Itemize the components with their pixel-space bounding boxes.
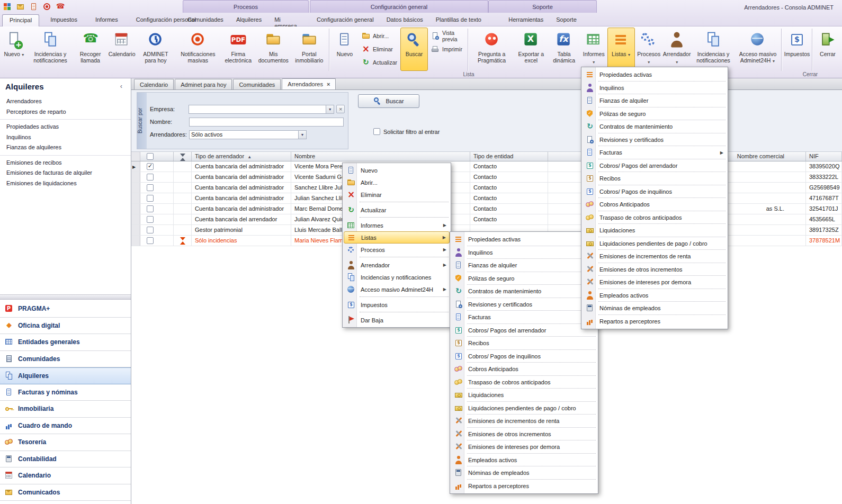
ribbon-button-nuevo[interactable]: Nuevo ▼: [1, 28, 28, 71]
sidebar-link-perceptores-de-reparto[interactable]: Perceptores de reparto: [0, 107, 131, 118]
menu-item-facturas[interactable]: Facturas▶: [583, 146, 727, 159]
tab-datos-basicos[interactable]: Datos básicos: [382, 14, 428, 26]
nav-item-contabilidad[interactable]: Contabilidad: [0, 451, 131, 468]
menu-item-informes[interactable]: Informes▶: [344, 219, 450, 231]
nav-item-pragma[interactable]: PRAGMA+: [0, 301, 131, 318]
menu-item-emisiones-de-incrementos-de-renta[interactable]: Emisiones de incrementos de renta: [451, 415, 597, 428]
menu-item-fianzas-de-alquiler[interactable]: Fianzas de alquiler: [451, 259, 597, 272]
column-header-nombre[interactable]: Nombre: [291, 152, 470, 161]
buscar-button[interactable]: Buscar: [358, 94, 419, 108]
ribbon-button-impuestos[interactable]: Impuestos: [783, 28, 811, 71]
menu-item-polizas-de-seguro[interactable]: Pólizas de seguro: [583, 107, 727, 121]
ribbon-button-imprimir[interactable]: Imprimir: [429, 43, 465, 55]
menu-item-cobros-pagos-de-inquilinos[interactable]: Cobros/ Pagos de inquilinos: [583, 185, 727, 199]
menu-item-liquidaciones-pendientes-de-pago-cobro[interactable]: Liquidaciones pendientes de pago / cobro: [583, 237, 727, 250]
menu-item-emisiones-de-otros-incrementos[interactable]: Emisiones de otros incrementos: [583, 263, 727, 276]
menu-item-emisiones-de-otros-incrementos[interactable]: Emisiones de otros incrementos: [451, 428, 597, 441]
select-all-checkbox[interactable]: [147, 153, 154, 160]
menu-item-emisiones-de-intereses-por-demora[interactable]: Emisiones de intereses por demora: [451, 440, 597, 454]
table-row[interactable]: Cuenta bancaria del administradorJulian …: [131, 193, 842, 204]
clear-empresa-button[interactable]: ×: [336, 105, 345, 113]
filter-panel-tab[interactable]: Buscar por: [137, 93, 147, 149]
row-checkbox[interactable]: [147, 174, 154, 181]
menu-item-traspaso-de-cobros-anticipados[interactable]: Traspaso de cobros anticipados: [583, 211, 727, 224]
ribbon-button-abrir[interactable]: Abrir...: [360, 30, 399, 42]
menu-item-liquidaciones[interactable]: Liquidaciones: [451, 389, 597, 402]
tab-plantillas-de-texto[interactable]: Plantillas de texto: [431, 14, 486, 26]
ribbon-button-recoger-llamada[interactable]: Recoger llamada: [73, 28, 108, 71]
ribbon-button-acceso-masivo-adminet24h[interactable]: Acceso masivo Adminet24H ▼: [736, 28, 780, 71]
ribbon-button-mis-documentos[interactable]: Mis documentos: [256, 28, 291, 71]
menu-item-recibos[interactable]: Recibos: [583, 172, 727, 185]
sidebar-link-emisiones-de-recibos[interactable]: Emisiones de recibos: [0, 158, 131, 168]
table-row[interactable]: Cuenta bancaria del administradorVicente…: [131, 172, 842, 183]
menu-item-listas[interactable]: Listas▶: [344, 231, 450, 244]
tab-informes[interactable]: Informes: [88, 14, 125, 26]
row-checkbox[interactable]: [147, 195, 154, 202]
table-row[interactable]: Cuenta bancaria del administradorMarc Be…: [131, 204, 842, 214]
nav-item-tesoreria[interactable]: Tesorería: [0, 434, 131, 451]
menu-item-inquilinos[interactable]: Inquilinos: [451, 246, 597, 259]
menu-item-cobros-anticipados[interactable]: Cobros Anticipados: [451, 363, 597, 376]
menu-item-emisiones-de-intereses-por-demora[interactable]: Emisiones de intereses por demora: [583, 276, 727, 289]
document-tab-adminet-para-hoy[interactable]: Adminet para hoy: [175, 79, 232, 89]
ribbon-button-tabla-dinamica[interactable]: Tabla dinámica: [548, 28, 580, 71]
table-row[interactable]: Cuenta bancaria del administradorSanchez…: [131, 183, 842, 193]
menu-item-liquidaciones[interactable]: Liquidaciones: [583, 224, 727, 237]
row-checkbox[interactable]: [147, 205, 154, 212]
menu-item-liquidaciones-pendientes-de-pago-cobro[interactable]: Liquidaciones pendientes de pago / cobro: [451, 402, 597, 415]
sidebar-link-emisiones-de-facturas-de-alquiler[interactable]: Emisiones de facturas de alquiler: [0, 168, 131, 178]
menu-item-revisiones-y-certificados[interactable]: Revisiones y certificados: [583, 133, 727, 147]
menu-item-propiedades-activas[interactable]: Propiedades activas: [451, 233, 597, 246]
sidebar-link-arrendadores[interactable]: Arrendadores: [0, 96, 131, 107]
document-tab-calendario[interactable]: Calendario: [134, 79, 174, 89]
ribbon-button-incidencias-y-notificaciones[interactable]: Incidencias y notificaciones: [691, 28, 736, 71]
menu-item-contratos-de-mantenimiento[interactable]: Contratos de mantenimiento: [451, 285, 597, 298]
menu-item-inquilinos[interactable]: Inquilinos: [583, 82, 727, 95]
menu-item-fianzas-de-alquiler[interactable]: Fianzas de alquiler: [583, 94, 727, 107]
menu-item-propiedades-activas[interactable]: Propiedades activas: [583, 68, 727, 82]
solicitar-filtro-checkbox[interactable]: Solicitar filtro al entrar: [373, 128, 440, 135]
nav-item-calendario[interactable]: Calendario: [0, 467, 131, 484]
ribbon-button-arrendador[interactable]: Arrendador ▼: [662, 28, 691, 71]
tab-impuestos[interactable]: Impuestos: [43, 14, 84, 26]
ribbon-button-vista-previa[interactable]: Vista previa: [429, 30, 465, 42]
ribbon-button-buscar[interactable]: Buscar: [400, 28, 428, 71]
tab-alquileres[interactable]: Alquileres: [231, 14, 266, 26]
menu-item-cobros-pagos-del-arrendador[interactable]: Cobros/ Pagos del arrendador: [451, 324, 597, 337]
nav-item-comunidades[interactable]: Comunidades: [0, 351, 131, 368]
ribbon-button-informes[interactable]: Informes ▼: [580, 28, 607, 71]
arrendadores-combo[interactable]: Sólo activos ▼: [189, 130, 307, 139]
menu-item-repartos-a-perceptores[interactable]: Repartos a perceptores: [583, 315, 727, 328]
ribbon-button-portal-inmobiliario[interactable]: Portal inmobiliario: [291, 28, 328, 71]
nav-item-facturas-y-nominas[interactable]: Facturas y nóminas: [0, 384, 131, 401]
table-row[interactable]: Cuenta bancaria del arrendadorJulian Alv…: [131, 214, 842, 225]
menu-item-repartos-a-perceptores[interactable]: Repartos a perceptores: [451, 480, 597, 493]
menu-item-abrir[interactable]: Abrir...: [344, 176, 450, 188]
menu-item-arrendador[interactable]: Arrendador▶: [344, 259, 450, 271]
sidebar-link-fianzas-de-alquileres[interactable]: Fianzas de alquileres: [0, 142, 131, 153]
menu-item-nominas-de-empleados[interactable]: Nóminas de empleados: [451, 466, 597, 480]
nav-item-comunicados[interactable]: Comunicados: [0, 484, 131, 501]
menu-item-contratos-de-mantenimiento[interactable]: Contratos de mantenimiento: [583, 120, 727, 133]
menu-item-empleados-activos[interactable]: Empleados activos: [451, 454, 597, 467]
menu-item-empleados-activos[interactable]: Empleados activos: [583, 289, 727, 302]
ribbon-button-notificaciones-masivas[interactable]: Notificaciones masivas: [176, 28, 220, 71]
menu-item-recibos[interactable]: Recibos: [451, 337, 597, 350]
document-tab-arrendadores[interactable]: Arrendadores×: [282, 78, 336, 89]
tab-soporte[interactable]: Soporte: [551, 14, 581, 26]
menu-item-emisiones-de-incrementos-de-renta[interactable]: Emisiones de incrementos de renta: [583, 250, 727, 263]
chevron-down-icon[interactable]: ▼: [298, 131, 306, 139]
menu-item-procesos[interactable]: Procesos▶: [344, 244, 450, 256]
column-header-tipo-de-arrendador[interactable]: Tipo de arrendador▲: [192, 152, 291, 161]
chevron-down-icon[interactable]: ▼: [326, 105, 334, 113]
tab-comunidades[interactable]: Comunidades: [183, 14, 228, 26]
row-checkbox[interactable]: [147, 163, 154, 170]
document-tab-comunidades[interactable]: Comunidades: [233, 79, 281, 89]
tab-principal[interactable]: Principal: [2, 14, 39, 26]
ribbon-button-calendario[interactable]: Calendario: [108, 28, 136, 71]
ribbon-button-exportar-a-excel[interactable]: Exportar a excel: [514, 28, 549, 71]
ribbon-button-procesos[interactable]: Procesos ▼: [635, 28, 662, 71]
nav-item-cuadro-de-mando[interactable]: Cuadro de mando: [0, 418, 131, 435]
menu-item-traspaso-de-cobros-anticipados[interactable]: Traspaso de cobros anticipados: [451, 376, 597, 389]
